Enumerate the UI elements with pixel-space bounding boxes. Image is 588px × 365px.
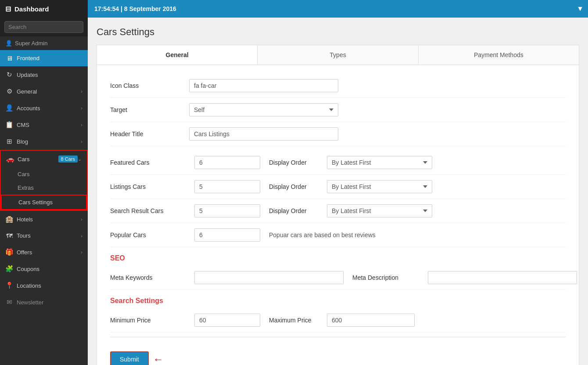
content-area: Cars Settings General Types Payment Meth… — [88, 18, 588, 365]
listings-cars-label: Listings Cars — [110, 183, 189, 190]
price-row: Minimum Price Maximum Price — [110, 308, 566, 332]
tab-payment-methods[interactable]: Payment Methods — [419, 45, 579, 65]
sidebar-item-cms[interactable]: 📋 CMS › — [0, 116, 88, 133]
updates-icon: ↻ — [5, 71, 13, 79]
tab-types[interactable]: Types — [258, 45, 418, 65]
submit-button[interactable]: Submit — [110, 351, 149, 365]
popular-cars-row: Popular Cars Popuar cars are based on be… — [110, 223, 566, 247]
max-price-label: Maximum Price — [269, 317, 322, 324]
sidebar-subitem-extras[interactable]: Extras — [1, 181, 87, 195]
header-title-label: Header Title — [110, 130, 189, 137]
popular-cars-input[interactable] — [194, 228, 260, 242]
dashboard-logo: ⊟ Dashboard — [0, 0, 88, 18]
updates-label: Updates — [17, 72, 82, 78]
target-select[interactable]: Self _blank _parent _top — [189, 103, 338, 116]
frontend-icon: 🖥 — [5, 54, 13, 62]
main-layout: 👤 Super Admin 🖥 Frontend ↻ Updates ⚙ Gen… — [0, 18, 588, 365]
meta-description-input[interactable] — [428, 271, 577, 284]
header-title-input[interactable] — [189, 127, 338, 141]
offers-icon: 🎁 — [5, 248, 13, 256]
cars-label: Cars — [18, 156, 57, 163]
listings-cars-group: Listings Cars — [110, 180, 260, 193]
cars-badge: 8 Cars — [58, 155, 78, 163]
locations-icon: 📍 — [5, 282, 13, 289]
blog-chevron: › — [81, 139, 82, 144]
sidebar-subitem-cars-settings[interactable]: Cars Settings — [1, 195, 87, 210]
search-display-order-select[interactable]: By Latest First By Oldest First By Name … — [327, 204, 432, 217]
coupons-label: Coupons — [17, 266, 82, 272]
user-icon: 👤 — [5, 40, 12, 47]
submit-arrow: ← — [153, 353, 164, 365]
sidebar-item-offers[interactable]: 🎁 Offers › — [0, 244, 88, 260]
hotels-icon: 🏨 — [5, 215, 13, 223]
sidebar-user: 👤 Super Admin — [0, 36, 88, 50]
featured-display-order-select[interactable]: By Latest First By Oldest First By Name … — [327, 156, 432, 169]
sidebar-item-tours[interactable]: 🗺 Tours › — [0, 228, 88, 244]
hotels-label: Hotels — [17, 216, 81, 223]
sidebar-item-accounts[interactable]: 👤 Accounts › — [0, 100, 88, 116]
sidebar-item-frontend[interactable]: 🖥 Frontend — [0, 50, 88, 66]
min-price-group: Minimum Price — [110, 314, 260, 327]
icon-class-input[interactable] — [189, 79, 338, 92]
sidebar-item-coupons[interactable]: 🧩 Coupons — [0, 260, 88, 277]
tabs-container: General Types Payment Methods — [97, 45, 579, 65]
max-price-input[interactable] — [327, 314, 415, 327]
newsletter-icon: ✉ — [5, 298, 13, 306]
meta-keywords-label: Meta Keywords — [110, 274, 189, 281]
cars-chevron: ⌄ — [78, 156, 82, 162]
blog-label: Blog — [17, 138, 81, 145]
topbar-dropdown-arrow[interactable]: ▼ — [577, 5, 584, 13]
search-input[interactable] — [4, 21, 83, 33]
accounts-label: Accounts — [17, 105, 81, 112]
submit-row: Submit ← — [110, 344, 566, 365]
blog-icon: ⊞ — [5, 137, 13, 145]
featured-cars-group: Featured Cars — [110, 156, 260, 169]
header-title-row: Header Title — [110, 122, 566, 146]
featured-cars-label: Featured Cars — [110, 159, 189, 166]
sidebar-item-hotels[interactable]: 🏨 Hotels › — [0, 211, 88, 228]
listings-cars-input[interactable] — [194, 180, 260, 193]
accounts-chevron: › — [81, 105, 82, 111]
tab-general[interactable]: General — [97, 45, 258, 65]
sidebar-item-general[interactable]: ⚙ General › — [0, 83, 88, 100]
sidebar-item-updates[interactable]: ↻ Updates — [0, 66, 88, 83]
seo-section-title: SEO — [110, 247, 566, 266]
listings-cars-row: Listings Cars Display Order By Latest Fi… — [110, 175, 566, 199]
cms-label: CMS — [17, 122, 81, 128]
sidebar-item-locations[interactable]: 📍 Locations — [0, 277, 88, 294]
listings-display-order-group: Display Order By Latest First By Oldest … — [269, 180, 432, 193]
sidebar-item-blog[interactable]: ⊞ Blog › — [0, 133, 88, 150]
listings-display-order-select[interactable]: By Latest First By Oldest First By Name … — [327, 180, 432, 193]
popular-cars-label: Popular Cars — [110, 231, 189, 239]
cars-section: 🚗 Cars 8 Cars ⌄ Cars Extras Cars Setting… — [0, 150, 88, 211]
user-name: Super Admin — [15, 40, 47, 47]
offers-label: Offers — [17, 249, 81, 256]
max-price-group: Maximum Price — [269, 314, 415, 327]
general-label: General — [17, 88, 81, 95]
search-result-input[interactable] — [194, 204, 260, 217]
sidebar-subitem-cars-list[interactable]: Cars — [1, 167, 87, 181]
general-icon: ⚙ — [5, 87, 13, 95]
dashboard-title-text: Dashboard — [14, 5, 49, 13]
top-bar: ⊟ Dashboard 17:54:54 | 8 September 2016 … — [0, 0, 588, 18]
seo-row: Meta Keywords Meta Description — [110, 266, 566, 290]
tours-icon: 🗺 — [5, 232, 13, 239]
sidebar-item-newsletter[interactable]: ✉ Newsletter — [0, 294, 88, 311]
sidebar-item-cars[interactable]: 🚗 Cars 8 Cars ⌄ — [1, 151, 87, 167]
search-result-row: Search Result Cars Display Order By Late… — [110, 199, 566, 223]
tours-chevron: › — [81, 233, 82, 239]
search-result-label: Search Result Cars — [110, 207, 189, 214]
featured-cars-row: Featured Cars Display Order By Latest Fi… — [110, 151, 566, 175]
featured-display-order-label: Display Order — [269, 159, 322, 166]
sidebar-search-container — [0, 18, 88, 36]
min-price-input[interactable] — [194, 314, 260, 327]
featured-cars-input[interactable] — [194, 156, 260, 169]
general-chevron: › — [81, 89, 82, 94]
coupons-icon: 🧩 — [5, 265, 13, 273]
locations-label: Locations — [17, 282, 82, 289]
listings-display-order-label: Display Order — [269, 183, 322, 190]
meta-keywords-input[interactable] — [194, 271, 344, 284]
accounts-icon: 👤 — [5, 104, 13, 112]
settings-card: General Types Payment Methods Icon Class… — [97, 45, 579, 365]
search-display-order-label: Display Order — [269, 207, 322, 214]
